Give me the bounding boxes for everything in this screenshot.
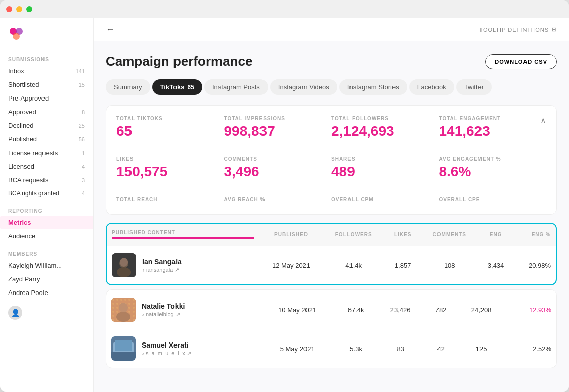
table-row-natalie[interactable]: Natalie Tokki ♪ natalieiblog ↗ — [106, 290, 556, 329]
stats-card: TOTAL TIKTOKS 65 TOTAL IMPRESSIONS 998,8… — [106, 105, 557, 215]
stats-divider — [116, 148, 546, 148]
tiktok-icon: ♪ — [142, 267, 145, 273]
minimize-dot[interactable] — [16, 6, 22, 12]
creator-avatar-samuel — [111, 336, 136, 361]
tab-facebook[interactable]: Facebook — [409, 79, 454, 95]
content-table-highlighted: PUBLISHED CONTENT PUBLISHED FOLLOWERS LI… — [107, 224, 556, 284]
th-published: PUBLISHED — [259, 224, 323, 246]
td-ian-followers: 41.4k — [323, 246, 384, 285]
th-likes: LIKES — [384, 224, 421, 246]
external-link-ian[interactable]: ↗ — [174, 267, 179, 273]
stat-total-engagement: TOTAL ENGAGEMENT 141,623 ∧ — [439, 116, 547, 139]
sidebar-item-member-2[interactable]: Zayd Parry — [0, 272, 93, 286]
td-ian-likes: 1,857 — [384, 246, 421, 285]
table-row-samuel[interactable]: Samuel Xerati ♪ s_a_m_u_e_l_x ↗ — [106, 329, 556, 368]
sidebar-item-member-1[interactable]: Kayleigh William... — [0, 259, 93, 272]
user-avatar[interactable]: 👤 — [8, 306, 22, 320]
sidebar-item-preapproved[interactable]: Pre-Approved — [0, 91, 93, 105]
sidebar-item-published-badge: 56 — [79, 136, 85, 142]
sidebar-item-member-3[interactable]: Andrea Poole — [0, 286, 93, 300]
sidebar-item-declined-label: Declined — [8, 122, 34, 129]
tab-instagram-videos[interactable]: Instagram Videos — [270, 79, 337, 95]
sidebar-item-bca-requests-label: BCA requests — [8, 176, 49, 184]
sidebar-item-audience[interactable]: Audience — [0, 229, 93, 243]
content-table-regular: Natalie Tokki ♪ natalieiblog ↗ — [106, 290, 556, 368]
stats-grid-row1: TOTAL TIKTOKS 65 TOTAL IMPRESSIONS 998,8… — [116, 116, 546, 139]
th-published-content: PUBLISHED CONTENT — [107, 224, 259, 246]
creator-avatar-natalie — [111, 298, 136, 322]
td-ian-eng: 3,434 — [478, 246, 513, 285]
stat-total-reach: TOTAL REACH — [116, 197, 224, 204]
sidebar-item-approved[interactable]: Approved 8 — [0, 105, 93, 119]
handle-text-ian: iansangala — [146, 267, 173, 273]
tab-twitter-label: Twitter — [464, 83, 484, 91]
stat-comments-label: COMMENTS — [224, 156, 332, 162]
td-samuel-comments: 42 — [424, 329, 458, 368]
sidebar-item-licensed[interactable]: Licensed 4 — [0, 160, 93, 173]
stat-avg-engagement-label: AVG ENGAGEMENT % — [439, 156, 547, 162]
maximize-dot[interactable] — [26, 6, 32, 12]
download-csv-button[interactable]: DOWNLOAD CSV — [485, 54, 557, 69]
tab-tiktoks-label: TikToks — [160, 83, 185, 91]
stat-total-followers-value: 2,124,693 — [331, 123, 439, 139]
handle-text-samuel: s_a_m_u_e_l_x — [146, 350, 185, 356]
sidebar-item-bca-rights-label: BCA rights granted — [8, 190, 59, 197]
tiktok-icon-natalie: ♪ — [142, 312, 144, 317]
close-dot[interactable] — [6, 6, 12, 12]
stat-total-impressions-value: 998,837 — [224, 123, 332, 139]
sidebar-item-published[interactable]: Published 56 — [0, 132, 93, 146]
sidebar-item-license-requests-label: License requests — [8, 149, 58, 157]
page-header: Campaign performance DOWNLOAD CSV — [106, 54, 557, 69]
sidebar-item-preapproved-label: Pre-Approved — [8, 94, 49, 102]
table-row-highlighted[interactable]: Ian Sangala ♪ iansangala ↗ — [107, 246, 556, 285]
stat-total-impressions-label: TOTAL IMPRESSIONS — [224, 116, 332, 121]
stat-total-reach-label: TOTAL REACH — [116, 197, 224, 202]
sidebar-item-bca-requests[interactable]: BCA requests 3 — [0, 173, 93, 187]
stat-likes-label: LIKES — [116, 156, 224, 162]
sidebar-item-metrics[interactable]: Metrics — [0, 216, 93, 229]
stat-total-followers-label: TOTAL FOLLOWERS — [331, 116, 439, 121]
td-natalie-creator: Natalie Tokki ♪ natalieiblog ↗ — [106, 290, 259, 329]
stat-overall-cpm-label: OVERALL CPM — [331, 197, 439, 202]
tab-instagram-posts[interactable]: Instagram Posts — [204, 79, 268, 95]
collapse-stats-button[interactable]: ∧ — [540, 116, 546, 125]
sidebar-item-shortlisted-label: Shortlisted — [8, 81, 39, 88]
sidebar-item-audience-label: Audience — [8, 232, 35, 240]
ian-avatar-img — [112, 253, 136, 277]
stat-overall-cpe: OVERALL CPE — [439, 197, 547, 204]
td-natalie-published: 10 May 2021 — [259, 290, 335, 329]
back-button[interactable]: ← — [106, 24, 115, 35]
sidebar-item-inbox[interactable]: Inbox 141 — [0, 64, 93, 78]
creator-name-natalie: Natalie Tokki — [142, 302, 185, 310]
sidebar-item-bca-rights[interactable]: BCA rights granted 4 — [0, 187, 93, 200]
tab-twitter[interactable]: Twitter — [456, 79, 492, 95]
creator-info-samuel: Samuel Xerati ♪ s_a_m_u_e_l_x ↗ — [142, 341, 191, 357]
sidebar-item-declined-badge: 25 — [79, 123, 85, 129]
creator-cell-natalie: Natalie Tokki ♪ natalieiblog ↗ — [111, 298, 254, 322]
td-samuel-likes: 83 — [376, 329, 424, 368]
stats-grid-row2: LIKES 150,575 COMMENTS 3,496 SHARES 489 — [116, 156, 546, 180]
sidebar-item-member-1-label: Kayleigh William... — [8, 262, 62, 269]
sidebar-item-license-requests[interactable]: License requests 1 — [0, 146, 93, 160]
tab-summary[interactable]: Summary — [106, 79, 150, 95]
stat-total-tiktoks: TOTAL TIKTOKS 65 — [116, 116, 224, 139]
tooltip-definitions[interactable]: TOOLTIP DEFINITIONS ⊟ — [479, 26, 557, 33]
content-area: Campaign performance DOWNLOAD CSV Summar… — [94, 41, 569, 392]
stats-grid-row3: TOTAL REACH AVG REACH % OVERALL CPM OVER… — [116, 197, 546, 204]
tab-tiktoks[interactable]: TikToks 65 — [152, 79, 202, 95]
tab-instagram-stories[interactable]: Instagram Stories — [339, 79, 407, 95]
tooltip-icon: ⊟ — [552, 26, 557, 33]
tab-tiktoks-count: 65 — [188, 84, 194, 91]
th-eng-pct: ENG % — [513, 224, 556, 246]
sidebar-item-licensed-label: Licensed — [8, 163, 34, 170]
table-header: PUBLISHED CONTENT PUBLISHED FOLLOWERS LI… — [107, 224, 556, 246]
td-natalie-eng: 24,208 — [458, 290, 505, 329]
external-link-natalie[interactable]: ↗ — [176, 311, 180, 318]
external-link-samuel[interactable]: ↗ — [187, 350, 191, 357]
members-section-label: MEMBERS — [0, 247, 93, 259]
samuel-avatar-img — [111, 336, 136, 361]
stat-avg-reach: AVG REACH % — [224, 197, 332, 204]
sidebar-item-shortlisted[interactable]: Shortlisted 15 — [0, 78, 93, 91]
sidebar-item-declined[interactable]: Declined 25 — [0, 119, 93, 132]
sidebar-item-bca-requests-badge: 3 — [82, 177, 85, 183]
